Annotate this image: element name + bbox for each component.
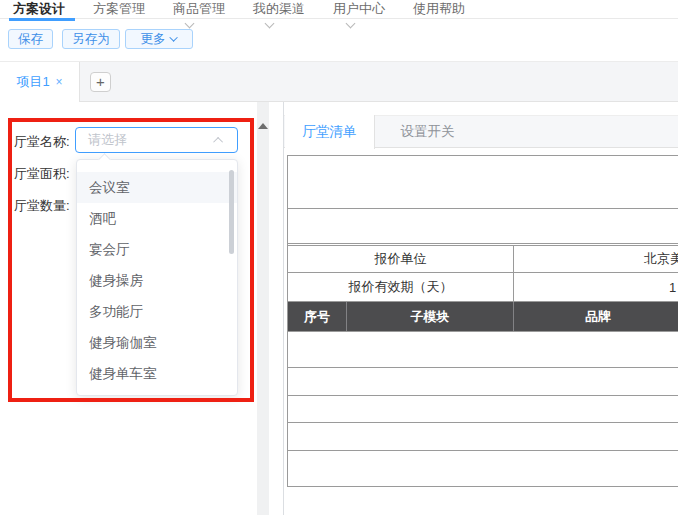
tab-project-1[interactable]: 项目1 × bbox=[0, 62, 80, 102]
hall-name-option-list: 会议室 酒吧 宴会厅 健身操房 多功能厅 健身瑜伽室 健身单车室 台球室 bbox=[77, 160, 237, 396]
save-button[interactable]: 保存 bbox=[8, 29, 53, 49]
quote-unit-value: 北京美 bbox=[514, 246, 678, 272]
chevron-down-icon bbox=[185, 19, 195, 29]
dropdown-option-meeting-room[interactable]: 会议室 bbox=[77, 172, 237, 203]
column-header-brand: 品牌 bbox=[514, 302, 678, 331]
table-row-quote-unit: 报价单位 北京美 bbox=[288, 246, 678, 273]
chevron-down-icon bbox=[169, 33, 177, 41]
dropdown-option-cycling-room[interactable]: 健身单车室 bbox=[77, 358, 237, 389]
quote-validity-label: 报价有效期（天） bbox=[288, 273, 514, 301]
nav-item-product-management[interactable]: 商品管理 bbox=[173, 0, 225, 18]
save-as-button[interactable]: 另存为 bbox=[62, 29, 120, 49]
quote-unit-label: 报价单位 bbox=[288, 246, 514, 272]
table-row bbox=[288, 396, 678, 423]
tab-project-1-label: 项目1 bbox=[16, 73, 49, 91]
nav-item-my-channels[interactable]: 我的渠道 bbox=[253, 0, 305, 18]
nav-item-user-center[interactable]: 用户中心 bbox=[333, 0, 385, 18]
chevron-down-icon bbox=[346, 19, 356, 29]
dropdown-scrollbar-thumb[interactable] bbox=[229, 170, 234, 254]
left-panel-scrollbar[interactable] bbox=[257, 102, 269, 515]
quotation-table: 报价单位 北京美 报价有效期（天） 1 序号 子模块 品牌 bbox=[287, 155, 678, 487]
add-project-tab-button[interactable]: + bbox=[90, 72, 111, 92]
column-header-submodule: 子模块 bbox=[347, 302, 514, 331]
dropdown-option-bar[interactable]: 酒吧 bbox=[77, 203, 237, 234]
table-row-empty bbox=[288, 209, 678, 244]
nav-item-help[interactable]: 使用帮助 bbox=[413, 0, 465, 18]
table-header-row: 序号 子模块 品牌 bbox=[288, 302, 678, 332]
dropdown-option-banquet-hall[interactable]: 宴会厅 bbox=[77, 234, 237, 265]
table-row bbox=[288, 451, 678, 487]
chevron-down-icon bbox=[265, 19, 275, 29]
nav-item-plan-design[interactable]: 方案设计 bbox=[13, 0, 65, 18]
more-button[interactable]: 更多 bbox=[125, 29, 193, 49]
tab-settings-switch[interactable]: 设置开关 bbox=[375, 115, 480, 148]
nav-item-plan-management[interactable]: 方案管理 bbox=[93, 0, 145, 18]
more-button-label: 更多 bbox=[141, 31, 166, 48]
hall-name-select[interactable]: 请选择 bbox=[75, 127, 238, 153]
hall-quantity-label: 厅堂数量: bbox=[14, 197, 70, 215]
table-row bbox=[288, 423, 678, 451]
dropdown-option-multifunction-hall[interactable]: 多功能厅 bbox=[77, 296, 237, 327]
hall-area-label: 厅堂面积: bbox=[14, 165, 70, 183]
dropdown-option-partial[interactable]: 台球室 bbox=[77, 389, 237, 396]
save-button-label: 保存 bbox=[18, 31, 43, 48]
close-icon[interactable]: × bbox=[56, 75, 63, 89]
active-nav-underline bbox=[9, 18, 75, 21]
table-row-quote-validity: 报价有效期（天） 1 bbox=[288, 273, 678, 302]
table-row-empty-title bbox=[288, 156, 678, 209]
quote-validity-value: 1 bbox=[514, 273, 678, 301]
table-row bbox=[288, 332, 678, 368]
column-header-index: 序号 bbox=[288, 302, 347, 331]
top-navigation: 方案设计 方案管理 商品管理 我的渠道 用户中心 使用帮助 bbox=[0, 0, 678, 19]
hall-name-label: 厅堂名称: bbox=[14, 133, 70, 151]
hall-name-select-placeholder: 请选择 bbox=[76, 131, 216, 149]
dropdown-option-aerobics-room[interactable]: 健身操房 bbox=[77, 265, 237, 296]
scroll-up-arrow-icon[interactable] bbox=[258, 123, 268, 129]
table-row bbox=[288, 368, 678, 396]
panel-divider bbox=[283, 102, 284, 515]
tab-hall-list[interactable]: 厅堂清单 bbox=[285, 115, 375, 149]
save-as-button-label: 另存为 bbox=[72, 31, 110, 48]
hall-name-dropdown: 会议室 酒吧 宴会厅 健身操房 多功能厅 健身瑜伽室 健身单车室 台球室 bbox=[76, 159, 238, 396]
dropdown-option-yoga-room[interactable]: 健身瑜伽室 bbox=[77, 327, 237, 358]
